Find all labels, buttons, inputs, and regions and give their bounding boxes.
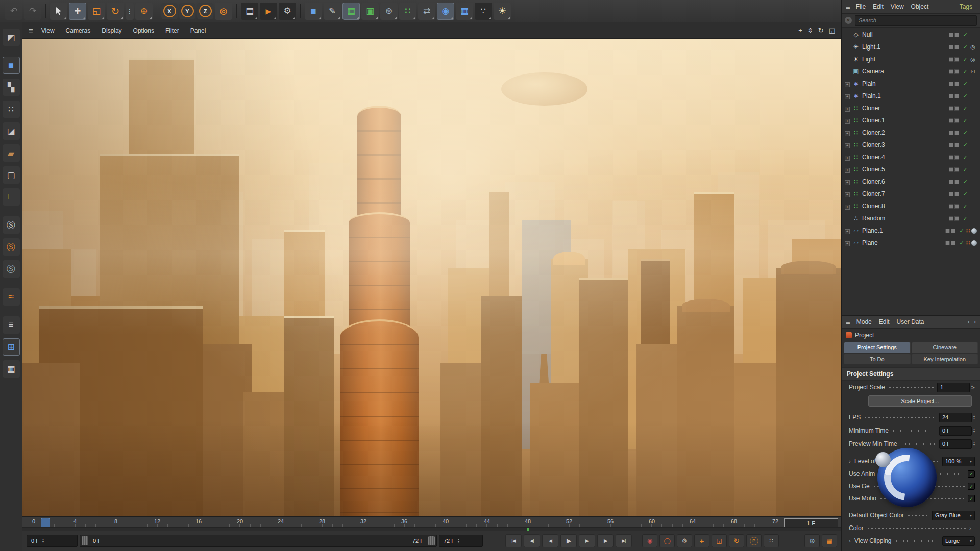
enabled-check-icon[interactable]: ✓: [962, 105, 969, 112]
symmetry-button[interactable]: ⇄: [418, 3, 435, 20]
clear-search-icon[interactable]: [845, 17, 852, 24]
grid-quantize-button[interactable]: ▦: [3, 360, 20, 378]
range-right-handle[interactable]: [428, 536, 435, 545]
camera-target-icon[interactable]: ⊡: [969, 68, 977, 75]
enabled-check-icon[interactable]: ✓: [958, 228, 965, 234]
phong-tag-icon[interactable]: ∷: [966, 240, 970, 246]
keyframe-selection-button[interactable]: ⚙: [677, 534, 692, 547]
object-row-plain[interactable]: ∗Plain ✓: [842, 78, 980, 90]
menu-view-om[interactable]: View: [887, 2, 908, 11]
light-object-button[interactable]: ☀: [494, 3, 511, 20]
object-row-light[interactable]: ☀Light ✓◎: [842, 53, 980, 65]
menu-panel[interactable]: Panel: [185, 25, 211, 36]
dropdown-icon[interactable]: [970, 539, 972, 543]
enabled-check-icon[interactable]: ✓: [962, 191, 969, 197]
history-nav[interactable]: ‹›: [968, 318, 976, 325]
menu-filter[interactable]: Filter: [160, 25, 184, 36]
object-row-plane[interactable]: ▱Plane ✓ ∷: [842, 237, 980, 249]
axis-mode-button[interactable]: ∟: [3, 188, 20, 206]
stepper-icon[interactable]: [973, 428, 975, 433]
visibility-dots[interactable]: [949, 33, 959, 37]
minimum-time-field[interactable]: 0 F: [939, 426, 972, 436]
enabled-check-icon[interactable]: ✓: [962, 44, 969, 51]
model-mode-button[interactable]: ■: [3, 57, 20, 74]
visibility-dots[interactable]: [949, 216, 959, 221]
dropdown-icon[interactable]: [970, 513, 972, 518]
preview-min-time-field[interactable]: 0 F: [939, 439, 972, 449]
mograph-cloner-button[interactable]: ∷: [399, 3, 416, 20]
object-row-random[interactable]: ∴Random ✓: [842, 212, 980, 224]
target-tag-icon[interactable]: ◎: [969, 56, 977, 63]
snap-settings-button[interactable]: ⊞: [3, 338, 20, 356]
solo-off-button[interactable]: Ⓢ: [3, 216, 20, 234]
snap-toggle[interactable]: ⊕: [804, 534, 820, 547]
enabled-check-icon[interactable]: ✓: [962, 154, 969, 161]
prev-key-button[interactable]: ◀|: [524, 534, 540, 547]
visibility-dots[interactable]: [949, 143, 959, 147]
target-tag-icon[interactable]: ◎: [969, 44, 977, 51]
object-row-camera[interactable]: ▣Camera ✓⊡: [842, 65, 980, 78]
subdivision-surface-button[interactable]: ▦: [342, 3, 360, 20]
expand-icon[interactable]: [845, 203, 851, 210]
extrude-generator-button[interactable]: ▣: [361, 3, 379, 20]
visibility-dots[interactable]: [949, 45, 959, 49]
stepper-icon[interactable]: [973, 415, 975, 420]
timeline-ruler[interactable]: 0 4 8 12 16 20 24 28 32 36 40 44 48 52 5…: [22, 516, 841, 531]
enabled-check-icon[interactable]: ✓: [962, 166, 969, 173]
visibility-dots[interactable]: [945, 229, 955, 233]
visibility-dots[interactable]: [949, 192, 959, 196]
object-row-cloner2[interactable]: ∷Cloner.2 ✓: [842, 127, 980, 139]
solo-hierarchy-button[interactable]: Ⓢ: [3, 260, 20, 278]
enabled-check-icon[interactable]: ✓: [962, 81, 969, 87]
object-row-plain1[interactable]: ∗Plain.1 ✓: [842, 90, 980, 102]
menu-cameras[interactable]: Cameras: [61, 25, 96, 36]
panel-menu-icon[interactable]: [846, 3, 850, 11]
visibility-dots[interactable]: [949, 131, 959, 135]
stepper-icon[interactable]: [973, 441, 975, 446]
expander-icon[interactable]: [849, 538, 854, 544]
object-row-cloner1[interactable]: ∷Cloner.1 ✓: [842, 114, 980, 127]
add-primitive-button[interactable]: ■: [305, 3, 322, 20]
simulation-button[interactable]: ∵: [475, 3, 492, 20]
object-row-plane1[interactable]: ▱Plane.1 ✓ ∷: [842, 224, 980, 237]
object-row-null[interactable]: ◇Null ✓: [842, 29, 980, 41]
pan-view-icon[interactable]: +: [798, 27, 802, 34]
tag-icons[interactable]: ∷: [966, 240, 977, 246]
object-row-cloner[interactable]: ∷Cloner ✓: [842, 102, 980, 114]
expand-icon[interactable]: [845, 92, 851, 99]
range-left-handle[interactable]: [82, 536, 88, 545]
visibility-dots[interactable]: [945, 241, 955, 245]
unit-dropdown-icon[interactable]: [973, 385, 975, 390]
use-generators-checkbox[interactable]: [968, 483, 975, 490]
expand-icon[interactable]: [845, 154, 851, 161]
enabled-check-icon[interactable]: ✓: [962, 142, 969, 148]
expand-icon[interactable]: [845, 105, 851, 112]
goto-start-button[interactable]: |◀: [505, 534, 522, 547]
enabled-check-icon[interactable]: ✓: [962, 130, 969, 136]
expand-icon[interactable]: [845, 117, 851, 124]
live-selection-button[interactable]: [50, 3, 67, 20]
goto-end-button[interactable]: ▶|: [616, 534, 632, 547]
autokey-button[interactable]: ◯: [659, 534, 675, 547]
expand-icon[interactable]: [845, 166, 851, 173]
mode-menu[interactable]: Mode: [853, 317, 875, 327]
texture-mode-button[interactable]: ▚: [3, 79, 20, 96]
orbit-view-icon[interactable]: ↻: [818, 27, 824, 34]
tab-cineware[interactable]: Cineware: [912, 342, 978, 353]
tab-to-do[interactable]: To Do: [844, 354, 911, 364]
forward-icon[interactable]: ›: [974, 318, 976, 325]
play-button[interactable]: ▶: [560, 534, 577, 547]
expand-icon[interactable]: [845, 239, 851, 246]
use-animation-checkbox[interactable]: [968, 470, 975, 478]
point-level-animation-toggle[interactable]: ∷: [764, 534, 779, 547]
scale-record-toggle[interactable]: ◱: [712, 534, 727, 547]
menu-view[interactable]: View: [36, 25, 60, 36]
redo-button[interactable]: ↷: [24, 3, 41, 20]
expand-icon[interactable]: [845, 129, 851, 136]
default-object-color-select[interactable]: Gray-Blue: [932, 511, 975, 520]
material-tag-icon[interactable]: [971, 240, 977, 246]
polygon-mode-button[interactable]: ▰: [3, 144, 20, 162]
spline-pen-button[interactable]: ✎: [324, 3, 341, 20]
visibility-dots[interactable]: [949, 204, 959, 209]
range-end-field[interactable]: 72 F: [439, 535, 483, 547]
